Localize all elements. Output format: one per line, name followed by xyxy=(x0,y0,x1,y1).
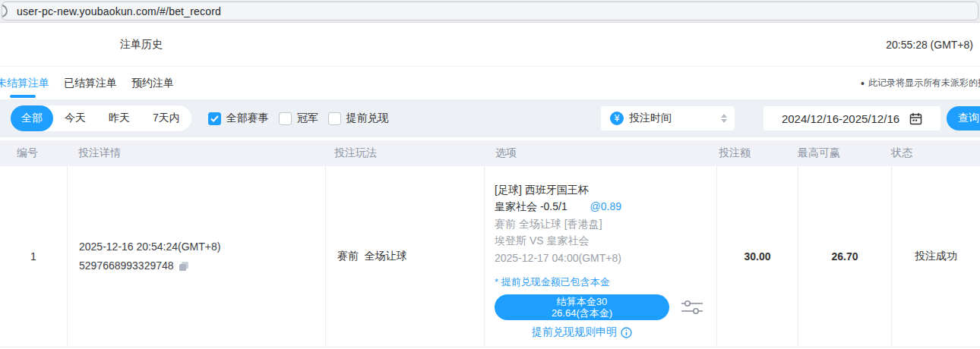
table-header-row: 编号 投注详情 投注玩法 选项 投注额 最高可赢 状态 xyxy=(0,140,980,166)
filter-bar: 全部 今天 昨天 7天内 全部赛事 冠军 提前兑现 ¥ 投注时间 2024/12… xyxy=(0,99,980,137)
bullet-icon: • xyxy=(861,77,865,90)
match-time: 2025-12-17 04:00(GMT+8) xyxy=(495,250,716,266)
server-time: 20:55:28 (GMT+8) xyxy=(886,39,973,51)
tab-bar: 未结算注单 已结算注单 预约注单 • 此记录将显示所有未派彩的投 xyxy=(0,67,980,99)
league-name: [足球] 西班牙国王杯 xyxy=(495,181,716,198)
tab-unsettled-bets[interactable]: 未结算注单 xyxy=(0,67,49,99)
column-header-status: 状态 xyxy=(891,146,980,160)
cell-bet-amount: 30.00 xyxy=(716,166,798,347)
site-circle-icon xyxy=(2,5,8,17)
odds-value: @0.89 xyxy=(590,200,621,212)
rule-link-label: 提前兑现规则申明 xyxy=(532,325,617,339)
sort-arrows-icon xyxy=(721,114,727,123)
unchecked-checkbox-icon xyxy=(279,112,292,125)
date-quick-filter-group: 全部 今天 昨天 7天内 xyxy=(11,105,191,131)
search-button[interactable]: 查询 xyxy=(947,106,980,130)
table-row: 1 2025-12-16 20:54:24(GMT+8) 52976689933… xyxy=(0,166,980,347)
active-tab-underline xyxy=(10,95,36,98)
cashout-note: * 提前兑现金额已包含本金 xyxy=(495,275,716,290)
cashout-slider-icon[interactable] xyxy=(681,299,703,316)
checkbox-champion[interactable]: 冠军 xyxy=(279,112,318,125)
copy-icon[interactable] xyxy=(179,261,189,272)
cell-max-win: 26.70 xyxy=(798,166,891,347)
column-header-bet-type: 投注玩法 xyxy=(325,146,484,160)
filter-range-today[interactable]: 今天 xyxy=(53,105,97,131)
sort-field-dropdown[interactable]: ¥ 投注时间 xyxy=(601,106,735,130)
browser-address-bar: user-pc-new.youbaokun.com/#/bet_record xyxy=(0,0,980,23)
cashout-rule-link[interactable]: 提前兑现规则申明 xyxy=(495,325,669,339)
date-range-picker[interactable]: 2024/12/16-2025/12/16 xyxy=(763,106,940,130)
column-header-max-win: 最高可赢 xyxy=(798,146,891,160)
bet-id: 5297668993329748 xyxy=(79,256,174,275)
page-header: 注单历史 20:55:28 (GMT+8) xyxy=(0,23,980,67)
page-title: 注单历史 xyxy=(120,38,163,52)
yuan-circle-icon: ¥ xyxy=(610,112,624,125)
cashout-line1: 结算本金30 xyxy=(557,296,607,307)
tab-label: 已结算注单 xyxy=(64,77,117,90)
checkbox-label: 提前兑现 xyxy=(346,112,389,125)
cashout-line2: 26.64(含本金) xyxy=(552,307,612,319)
unchecked-checkbox-icon xyxy=(328,112,341,125)
checkbox-label: 全部赛事 xyxy=(226,112,269,125)
bet-record-page: user-pc-new.youbaokun.com/#/bet_record 注… xyxy=(0,0,980,349)
address-input[interactable]: user-pc-new.youbaokun.com/#/bet_record xyxy=(2,2,978,20)
column-header-bet-amount: 投注额 xyxy=(716,146,798,160)
checkbox-label: 冠军 xyxy=(297,112,318,125)
tab-label: 预约注单 xyxy=(131,77,174,90)
bet-time: 2025-12-16 20:54:24(GMT+8) xyxy=(79,237,325,256)
cell-status: 投注成功 xyxy=(891,166,980,347)
cell-bet-type: 赛前 全场让球 xyxy=(325,166,484,347)
checked-checkbox-icon xyxy=(208,112,221,125)
url-text: user-pc-new.youbaokun.com/#/bet_record xyxy=(17,5,221,17)
tab-label: 未结算注单 xyxy=(0,77,49,90)
checkbox-cashout[interactable]: 提前兑现 xyxy=(328,112,389,125)
calendar-icon xyxy=(909,112,922,125)
filter-range-all[interactable]: 全部 xyxy=(11,105,53,131)
filter-range-yesterday[interactable]: 昨天 xyxy=(97,105,141,131)
cell-option: [足球] 西班牙国王杯 皇家社会 -0.5/1 @0.89 赛前 全场让球 [香… xyxy=(484,166,716,347)
checkbox-all-events[interactable]: 全部赛事 xyxy=(208,112,269,125)
tab-reserved-bets[interactable]: 预约注单 xyxy=(131,67,174,99)
sort-field-label: 投注时间 xyxy=(629,112,672,125)
cashout-button[interactable]: 结算本金30 26.64(含本金) xyxy=(495,294,669,320)
cell-bet-details: 2025-12-16 20:54:24(GMT+8) 5297668993329… xyxy=(67,166,325,347)
date-range-value: 2024/12/16-2025/12/16 xyxy=(782,112,899,125)
column-header-bet-details: 投注详情 xyxy=(67,146,325,160)
filter-range-7days[interactable]: 7天内 xyxy=(141,105,191,131)
cell-row-number: 1 xyxy=(0,166,67,347)
column-header-option: 选项 xyxy=(484,146,716,160)
match-teams: 埃登斯 VS 皇家社会 xyxy=(495,232,716,249)
notice-label: 此记录将显示所有未派彩的投 xyxy=(868,77,980,90)
column-header-no: 编号 xyxy=(0,146,67,160)
pick-selection: 皇家社会 -0.5/1 xyxy=(495,200,567,212)
tab-settled-bets[interactable]: 已结算注单 xyxy=(64,67,117,99)
info-icon xyxy=(621,327,632,338)
notice-text: • 此记录将显示所有未派彩的投 xyxy=(861,77,980,90)
market-info: 赛前 全场让球 [香港盘] xyxy=(495,215,716,232)
